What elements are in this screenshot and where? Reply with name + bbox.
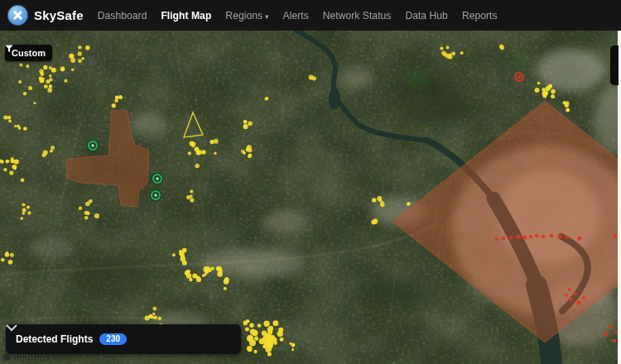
detection-dot[interactable] <box>152 316 154 318</box>
detection-dot[interactable] <box>380 201 383 204</box>
detection-dot[interactable] <box>224 279 229 285</box>
nav-item-dashboard[interactable]: Dashboard <box>98 10 147 22</box>
detection-dot[interactable] <box>247 346 253 352</box>
detection-dot[interactable] <box>243 124 248 129</box>
alert-dot[interactable] <box>582 296 585 299</box>
detection-dot[interactable] <box>47 88 52 93</box>
detection-dot[interactable] <box>9 170 13 175</box>
detection-dot[interactable] <box>258 323 262 328</box>
map-control-partial[interactable] <box>610 46 619 85</box>
detection-dot[interactable] <box>50 149 53 152</box>
detection-dot[interactable] <box>145 315 150 320</box>
detection-dot[interactable] <box>291 343 295 347</box>
detection-dot[interactable] <box>214 139 219 144</box>
detection-dot[interactable] <box>273 341 277 345</box>
detection-dot[interactable] <box>49 66 52 69</box>
detection-dot[interactable] <box>60 67 65 72</box>
detection-dot[interactable] <box>248 121 253 126</box>
detection-dot[interactable] <box>64 79 67 83</box>
detection-dot[interactable] <box>182 261 187 266</box>
detection-dot[interactable] <box>14 160 19 165</box>
alert-dot[interactable] <box>542 235 546 239</box>
detection-dot[interactable] <box>186 195 190 199</box>
detection-dot[interactable] <box>186 273 191 278</box>
detection-dot[interactable] <box>277 331 283 337</box>
detection-dot[interactable] <box>94 213 99 218</box>
alert-ring-marker[interactable] <box>515 73 523 81</box>
detection-dot[interactable] <box>26 65 29 68</box>
detection-dot[interactable] <box>78 46 82 50</box>
detection-dot[interactable] <box>51 146 55 150</box>
green-cluster-marker[interactable] <box>152 173 164 185</box>
detection-dot[interactable] <box>289 342 291 345</box>
detection-dot[interactable] <box>197 276 200 280</box>
detection-dot[interactable] <box>551 94 555 98</box>
alert-dot[interactable] <box>516 234 520 238</box>
detection-dot[interactable] <box>210 140 214 144</box>
detection-dot[interactable] <box>270 335 275 340</box>
detection-dot[interactable] <box>23 127 26 130</box>
detection-dot[interactable] <box>269 326 274 331</box>
map-canvas[interactable] <box>0 31 621 364</box>
detection-dot[interactable] <box>549 84 552 88</box>
alert-dot[interactable] <box>529 235 532 238</box>
detection-dot[interactable] <box>446 46 450 50</box>
detection-dot[interactable] <box>448 55 452 59</box>
alert-dot[interactable] <box>566 236 569 239</box>
detection-dot[interactable] <box>49 84 52 88</box>
detection-dot[interactable] <box>262 336 267 341</box>
alert-dot[interactable] <box>613 339 617 343</box>
detection-dot[interactable] <box>22 203 25 206</box>
detection-dot[interactable] <box>33 102 36 104</box>
detection-dot[interactable] <box>49 78 52 81</box>
alert-dot[interactable] <box>565 294 568 297</box>
detection-dot[interactable] <box>43 151 48 156</box>
detection-dot[interactable] <box>21 179 25 183</box>
detection-dot[interactable] <box>566 108 570 113</box>
detection-dot[interactable] <box>214 152 216 155</box>
alert-dot[interactable] <box>557 234 561 238</box>
alert-dot[interactable] <box>522 235 527 239</box>
detection-dot[interactable] <box>565 103 569 108</box>
detection-dot[interactable] <box>158 317 161 320</box>
green-cluster-marker[interactable] <box>87 140 99 152</box>
detection-dot[interactable] <box>372 198 376 202</box>
nav-item-reports[interactable]: Reports <box>462 10 498 22</box>
detection-dot[interactable] <box>460 51 464 55</box>
detection-dot[interactable] <box>190 198 194 202</box>
nav-item-data-hub[interactable]: Data Hub <box>405 10 448 22</box>
detection-dot[interactable] <box>5 160 9 164</box>
detection-dot[interactable] <box>218 269 222 273</box>
detection-dot[interactable] <box>544 91 548 95</box>
detection-dot[interactable] <box>14 125 17 127</box>
detection-dot[interactable] <box>3 168 7 171</box>
detection-dot[interactable] <box>280 338 284 342</box>
detection-dot[interactable] <box>224 287 227 290</box>
alert-dot[interactable] <box>570 298 574 302</box>
detection-dot[interactable] <box>49 74 52 78</box>
nav-item-regions[interactable]: Regions▾ <box>225 10 268 22</box>
detection-dot[interactable] <box>81 57 84 60</box>
detection-dot[interactable] <box>210 266 214 270</box>
detection-dot[interactable] <box>254 337 258 341</box>
detection-dot[interactable] <box>263 321 269 327</box>
detection-dot[interactable] <box>253 350 257 353</box>
detection-dot[interactable] <box>22 208 26 213</box>
detection-dot[interactable] <box>19 64 22 67</box>
detection-dot[interactable] <box>312 76 316 80</box>
custom-filter-chip[interactable]: Custom <box>5 45 52 61</box>
detection-dot[interactable] <box>273 320 279 326</box>
detection-dot[interactable] <box>5 251 8 255</box>
detection-dot[interactable] <box>8 120 12 123</box>
detection-dot[interactable] <box>118 95 123 99</box>
detection-dot[interactable] <box>26 205 30 208</box>
detection-dot[interactable] <box>407 202 411 206</box>
detection-dot[interactable] <box>266 97 269 100</box>
alert-dot[interactable] <box>502 237 505 240</box>
detection-dot[interactable] <box>172 253 176 256</box>
detection-dot[interactable] <box>3 116 7 120</box>
detection-dot[interactable] <box>10 253 14 257</box>
detection-dot[interactable] <box>243 151 246 155</box>
detection-dot[interactable] <box>451 51 455 55</box>
detection-dot[interactable] <box>71 68 75 71</box>
